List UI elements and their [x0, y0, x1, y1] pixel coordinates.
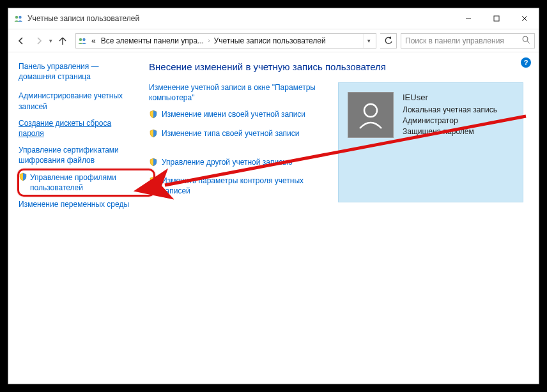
action-uac-settings[interactable]: Изменить параметры контроля учетных запи… [149, 176, 328, 196]
user-account-type: Локальная учетная запись [403, 105, 497, 116]
action-label: Изменение типа своей учетной записи [162, 128, 299, 139]
user-info: IEUser Локальная учетная запись Админист… [403, 92, 497, 137]
user-name: IEUser [403, 92, 497, 103]
shield-icon [149, 129, 158, 140]
search-icon [522, 36, 530, 46]
sidebar-item-label: Управление сертификатами шифрования файл… [19, 145, 132, 165]
refresh-button[interactable] [380, 33, 397, 49]
search-placeholder: Поиск в панели управления [405, 36, 504, 45]
sidebar: Панель управления — домашняя страница Ад… [8, 52, 136, 384]
sidebar-item-label: Управление профилями пользователей [30, 172, 132, 193]
address-bar[interactable]: « Все элементы панели упра... › Учетные … [75, 33, 376, 49]
sidebar-item-admin-accounts[interactable]: Администрирование учетных записей [19, 91, 132, 111]
user-accounts-icon [13, 13, 24, 24]
page-heading: Внесение изменений в учетную запись поль… [149, 61, 526, 72]
back-button[interactable] [12, 32, 30, 50]
maximize-button[interactable] [482, 9, 511, 29]
titlebar: Учетные записи пользователей [8, 8, 539, 29]
minimize-button[interactable] [454, 9, 482, 29]
user-role: Администратор [403, 116, 497, 126]
breadcrumb-item[interactable]: Все элементы панели упра... [98, 36, 207, 45]
svg-point-6 [79, 38, 82, 40]
action-links-column: Изменение учетной записи в окне "Парамет… [149, 82, 328, 202]
sidebar-item-encryption-certs[interactable]: Управление сертификатами шифрования файл… [19, 145, 132, 165]
forward-button[interactable] [30, 32, 48, 50]
svg-line-9 [527, 41, 530, 43]
shield-icon [149, 110, 158, 121]
sidebar-item-create-reset-disk[interactable]: Создание дискеты сброса пароля [19, 118, 132, 139]
action-label: Изменение учетной записи в окне "Парамет… [149, 82, 328, 103]
sidebar-item-label: Администрирование учетных записей [19, 91, 132, 111]
help-icon[interactable]: ? [521, 57, 531, 68]
navbar: ▾ « Все элементы панели упра... › Учетны… [8, 29, 539, 52]
avatar [348, 92, 394, 138]
svg-rect-3 [494, 16, 499, 21]
shield-icon [19, 172, 27, 184]
window-title: Учетные записи пользователей [27, 14, 139, 23]
window-controls [454, 9, 539, 29]
sidebar-item-label: Изменение переменных среды [19, 199, 129, 209]
control-panel-window: Учетные записи пользователей ▾ [8, 8, 539, 384]
sidebar-item-user-profiles[interactable]: Управление профилями пользователей [19, 172, 132, 193]
action-change-name[interactable]: Изменение имени своей учетной записи [149, 109, 328, 121]
breadcrumb-prefix: « [89, 36, 98, 45]
action-manage-another[interactable]: Управление другой учетной записью [149, 157, 328, 169]
address-icon [77, 36, 88, 46]
chevron-right-icon: › [206, 37, 211, 44]
up-button[interactable] [54, 32, 72, 50]
sidebar-item-label: Создание дискеты сброса пароля [19, 118, 132, 139]
user-password-status: Защищена паролем [403, 126, 497, 137]
svg-point-7 [82, 38, 85, 40]
shield-icon [149, 158, 158, 169]
action-label: Изменение имени своей учетной записи [162, 109, 305, 119]
action-label: Управление другой учетной записью [162, 157, 292, 167]
svg-point-10 [364, 104, 377, 117]
close-button[interactable] [511, 9, 539, 29]
main-panel: ? Внесение изменений в учетную запись по… [136, 52, 539, 384]
svg-point-8 [523, 36, 528, 41]
address-dropdown[interactable]: ▾ [363, 34, 374, 48]
svg-point-0 [15, 16, 18, 19]
sidebar-item-env-vars[interactable]: Изменение переменных среды [19, 199, 132, 209]
search-input[interactable]: Поиск в панели управления [401, 33, 535, 49]
shield-icon [149, 176, 158, 188]
breadcrumb-item[interactable]: Учетные записи пользователей [212, 36, 328, 45]
action-label: Изменить параметры контроля учетных запи… [162, 176, 328, 196]
action-change-type[interactable]: Изменение типа своей учетной записи [149, 128, 328, 140]
sidebar-item-label: Панель управления — домашняя страница [19, 61, 132, 82]
user-card: IEUser Локальная учетная запись Админист… [338, 82, 523, 202]
history-dropdown[interactable]: ▾ [49, 38, 52, 44]
svg-point-1 [19, 16, 21, 19]
content-area: Панель управления — домашняя страница Ад… [8, 52, 539, 384]
action-change-in-settings[interactable]: Изменение учетной записи в окне "Парамет… [149, 82, 328, 103]
home-link[interactable]: Панель управления — домашняя страница [19, 61, 132, 82]
